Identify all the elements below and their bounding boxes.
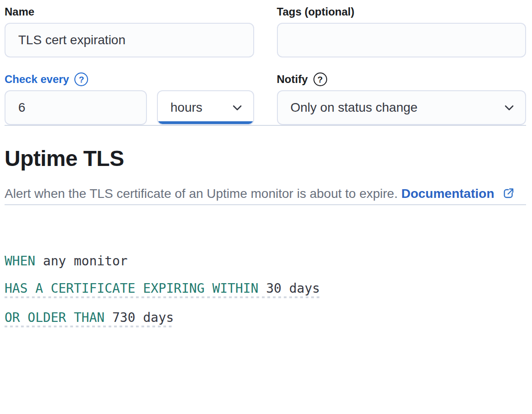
expression-keyword: OR OLDER THAN: [5, 310, 104, 325]
tags-label: Tags (optional): [277, 5, 527, 19]
interval-unit-value: hours: [171, 100, 203, 115]
rule-type-description-text: Alert when the TLS certificate of an Upt…: [5, 186, 398, 201]
interval-value-input[interactable]: [5, 90, 147, 125]
check-every-label: Check every ?: [5, 72, 254, 87]
name-label-text: Name: [5, 5, 34, 18]
interval-controls: hours: [5, 90, 254, 125]
section-divider: [5, 125, 526, 126]
expression-value: any monitor: [43, 254, 127, 269]
rule-form-page: Name Tags (optional) Check every ? hours: [0, 0, 532, 332]
name-field-group: Name: [5, 5, 254, 57]
question-in-circle-icon[interactable]: ?: [313, 72, 327, 86]
tags-field-group: Tags (optional): [277, 5, 527, 57]
notify-select[interactable]: Only on status change: [277, 90, 527, 125]
documentation-link-text: Documentation: [401, 186, 494, 201]
check-every-label-text: Check every: [5, 73, 69, 86]
rule-type-description: Alert when the TLS certificate of an Upt…: [5, 183, 526, 204]
expression-keyword: HAS A CERTIFICATE EXPIRING WITHIN: [5, 281, 258, 296]
notify-label-text: Notify: [277, 73, 308, 86]
name-label: Name: [5, 5, 254, 19]
expression-row-older-than: OR OLDER THAN 730 days: [5, 310, 526, 332]
schedule-row: Check every ? hours Notify ?: [5, 72, 526, 125]
expression-keyword: WHEN: [5, 254, 35, 269]
rule-type-title: Uptime TLS: [5, 146, 526, 171]
chevron-down-icon: [502, 101, 516, 114]
interval-unit-select[interactable]: hours: [157, 90, 254, 125]
question-in-circle-icon[interactable]: ?: [74, 72, 88, 86]
expression-expiring-within[interactable]: HAS A CERTIFICATE EXPIRING WITHIN 30 day…: [5, 281, 320, 303]
expression-when: WHEN any monitor: [5, 254, 128, 274]
notify-field-group: Notify ? Only on status change: [277, 72, 527, 125]
expression-older-than[interactable]: OR OLDER THAN 730 days: [5, 310, 174, 332]
expression-row-when: WHEN any monitor: [5, 254, 526, 274]
notify-label: Notify ?: [277, 72, 527, 87]
tags-label-text: Tags (optional): [277, 5, 355, 18]
chevron-down-icon: [230, 101, 244, 114]
alert-condition-expression: WHEN any monitor HAS A CERTIFICATE EXPIR…: [5, 254, 526, 332]
tags-input[interactable]: [277, 23, 527, 57]
section-divider: [5, 204, 526, 205]
documentation-link[interactable]: Documentation: [401, 186, 494, 201]
expression-row-expiring-within: HAS A CERTIFICATE EXPIRING WITHIN 30 day…: [5, 281, 526, 303]
expression-value: 730 days: [112, 310, 174, 325]
rule-details-row: Name Tags (optional): [5, 5, 526, 57]
notify-selected-value: Only on status change: [291, 100, 418, 115]
expression-value: 30 days: [266, 281, 320, 296]
rule-name-input[interactable]: [5, 23, 254, 57]
external-link-icon: [502, 187, 515, 200]
check-every-field-group: Check every ? hours: [5, 72, 254, 125]
